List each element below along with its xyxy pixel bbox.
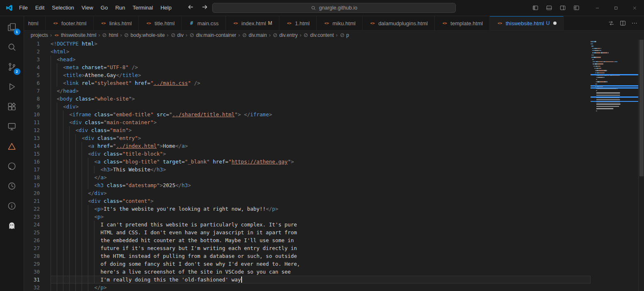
code-token: /> bbox=[132, 64, 138, 70]
editor-scrollbar[interactable] bbox=[638, 40, 644, 291]
menu-terminal[interactable]: Terminal bbox=[129, 0, 157, 16]
code-token: It's the website you're looking at right… bbox=[104, 206, 266, 212]
code-lines[interactable]: <!DOCTYPE html><html> <head> <meta chars… bbox=[46, 40, 591, 291]
tab-template.html[interactable]: <>template.html bbox=[435, 16, 490, 30]
breadcrumb-item-p[interactable]: p bbox=[340, 32, 349, 38]
code-token: target bbox=[163, 159, 182, 165]
activitybar-history[interactable] bbox=[2, 176, 22, 196]
menu-help[interactable]: Help bbox=[157, 0, 175, 16]
indent-guide bbox=[69, 228, 75, 236]
tab-footer.html[interactable]: <>footer.html bbox=[46, 16, 94, 30]
tab-links.html[interactable]: <>links.html bbox=[94, 16, 139, 30]
minimap[interactable] bbox=[591, 40, 638, 291]
activitybar-run-debug[interactable] bbox=[2, 77, 22, 96]
menu-view[interactable]: View bbox=[78, 0, 97, 16]
tab-1.html[interactable]: <>1.html bbox=[279, 16, 317, 30]
code-token: < bbox=[88, 198, 91, 204]
code-line-7: </head> bbox=[51, 87, 591, 95]
git-status-badge: M bbox=[268, 20, 272, 26]
breadcrumb-item-div.content[interactable]: div.content bbox=[303, 32, 334, 38]
code-token: title bbox=[66, 72, 82, 78]
indent-guide bbox=[82, 228, 88, 236]
activitybar-github[interactable] bbox=[2, 156, 22, 176]
editor[interactable]: 1234567891011121314151617181920212223242… bbox=[24, 40, 644, 291]
element-symbol-icon bbox=[102, 33, 107, 38]
menu-selection[interactable]: Selection bbox=[48, 0, 77, 16]
indent-guide bbox=[51, 55, 57, 63]
code-line-27: future if it's necessary but I'm writing… bbox=[51, 244, 591, 252]
split-editor-icon[interactable] bbox=[617, 18, 628, 29]
indent-guide bbox=[75, 166, 82, 173]
activitybar-ghost[interactable] bbox=[2, 216, 22, 236]
breadcrumb-item-thiswebsite.html[interactable]: <>thiswebsite.html bbox=[54, 32, 96, 38]
indent-guide bbox=[57, 134, 63, 142]
tab-html[interactable]: html bbox=[24, 16, 46, 30]
activitybar-triangle-extension[interactable] bbox=[2, 136, 22, 156]
unsaved-dot-icon[interactable] bbox=[553, 22, 557, 25]
tab-label: template.html bbox=[450, 20, 483, 26]
tab-dalamudplugins.html[interactable]: <>dalamudplugins.html bbox=[363, 16, 435, 30]
window-controls bbox=[588, 0, 644, 16]
breadcrumb-item-projects[interactable]: projects bbox=[31, 32, 48, 38]
indent-guide bbox=[57, 268, 63, 276]
activitybar-explorer[interactable]: 1 bbox=[2, 17, 22, 37]
indent-guide bbox=[82, 244, 88, 252]
code-token: head bbox=[63, 88, 75, 94]
tab-thiswebsite.html[interactable]: <>thiswebsite.htmlU bbox=[490, 16, 564, 30]
tab-miku.html[interactable]: <>miku.html bbox=[317, 16, 363, 30]
breadcrumb-item-body.whole-site[interactable]: body.whole-site bbox=[124, 32, 165, 38]
indent-guide bbox=[57, 71, 63, 79]
more-actions-icon[interactable] bbox=[629, 18, 640, 29]
activitybar-info[interactable] bbox=[2, 196, 22, 216]
forward-button[interactable] bbox=[201, 4, 208, 12]
indent-guide bbox=[57, 236, 63, 244]
code-token: < bbox=[88, 151, 91, 157]
code-token bbox=[104, 182, 107, 188]
code-line-17: <h3>This Website</h3> bbox=[51, 166, 591, 173]
code-token: I can't pretend this website is particul… bbox=[101, 221, 297, 228]
indent-guide bbox=[69, 181, 75, 189]
toggle-secondary-sidebar-icon[interactable] bbox=[558, 2, 568, 14]
indent-guide bbox=[51, 268, 57, 276]
code-token: </ bbox=[175, 143, 182, 149]
indent-guide bbox=[57, 189, 63, 197]
minimap-decoration bbox=[591, 85, 638, 87]
code-token: = bbox=[110, 143, 113, 149]
menu-file[interactable]: File bbox=[15, 0, 31, 16]
menu-edit[interactable]: Edit bbox=[31, 0, 48, 16]
code-token: div bbox=[85, 135, 94, 141]
activitybar-source-control[interactable]: 2 bbox=[2, 57, 22, 77]
command-center[interactable]: gnargle.github.io bbox=[212, 3, 456, 13]
toggle-panel-icon[interactable] bbox=[544, 2, 554, 14]
breadcrumb-item-div.entry[interactable]: div.entry bbox=[273, 32, 298, 38]
tab-index.html[interactable]: <>index.htmlM bbox=[226, 16, 279, 30]
breadcrumb-item-html[interactable]: html bbox=[102, 32, 118, 38]
activitybar-search[interactable] bbox=[2, 37, 22, 57]
code-token: </ bbox=[266, 206, 272, 212]
search-icon bbox=[311, 5, 316, 11]
indent-guide bbox=[57, 276, 63, 284]
customize-layout-icon[interactable] bbox=[571, 2, 581, 14]
indent-guide bbox=[75, 252, 82, 260]
tab-main.css[interactable]: #main.css bbox=[182, 16, 225, 30]
tab-title.html[interactable]: <>title.html bbox=[139, 16, 182, 30]
maximize-button[interactable] bbox=[607, 0, 625, 16]
titlebar: FileEditSelectionViewGoRunTerminalHelp g… bbox=[0, 0, 644, 16]
compare-changes-icon[interactable] bbox=[606, 18, 617, 29]
indent-guide bbox=[88, 166, 94, 173]
breadcrumb-item-div.main[interactable]: div.main bbox=[242, 32, 267, 38]
breadcrumb-item-div[interactable]: div bbox=[171, 32, 184, 38]
close-button[interactable] bbox=[625, 0, 644, 16]
menu-run[interactable]: Run bbox=[111, 0, 129, 16]
back-button[interactable] bbox=[187, 4, 194, 12]
line-number-29: 29 bbox=[24, 260, 46, 268]
minimize-button[interactable] bbox=[588, 0, 607, 16]
indent-guide bbox=[75, 189, 82, 197]
activitybar-remote-explorer[interactable] bbox=[2, 116, 22, 136]
scrollbar-thumb[interactable] bbox=[639, 40, 644, 176]
toggle-primary-sidebar-icon[interactable] bbox=[530, 2, 540, 14]
menu-go[interactable]: Go bbox=[97, 0, 111, 16]
indent-guide bbox=[57, 244, 63, 252]
breadcrumb-item-div.main-container[interactable]: div.main-container bbox=[189, 32, 236, 38]
activitybar-extensions[interactable] bbox=[2, 96, 22, 116]
